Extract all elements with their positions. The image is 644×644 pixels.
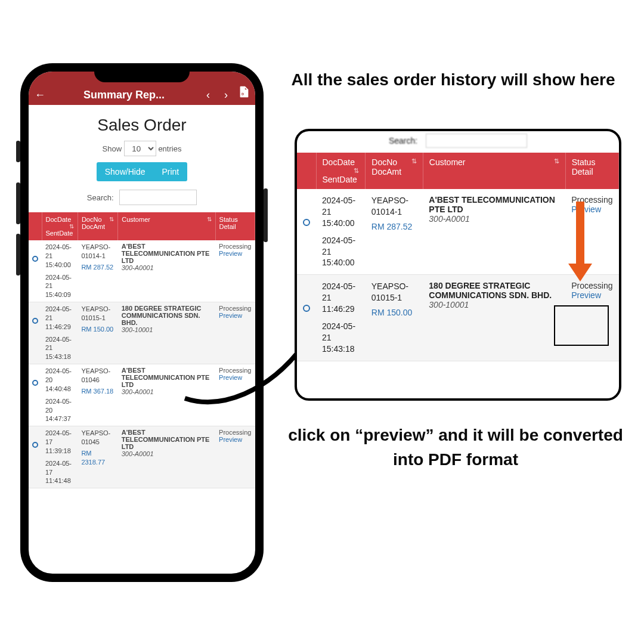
phone-frame: ← Summary Rep... ‹ › Sales Order Show 10… — [20, 63, 264, 582]
zoom-search-input[interactable] — [426, 134, 527, 148]
preview-link[interactable]: Preview — [219, 250, 242, 257]
cell-docdate: 2024-05-2115:40:002024-05-2115:40:00 — [316, 189, 366, 275]
cell-docno: YEAPSO-01014-1RM 287.52 — [78, 240, 117, 302]
cell-docdate: 2024-05-1711:39:182024-05-1711:41:48 — [42, 426, 78, 488]
cell-docno: YEAPSO-01046RM 367.18 — [78, 364, 117, 426]
side-button — [264, 188, 268, 242]
show-label: Show — [103, 144, 122, 153]
cell-customer: A'BEST TELECOMMUNICATION PTE LTD300-A000… — [118, 364, 215, 426]
cell-docdate: 2024-05-2014:40:482024-05-2014:47:37 — [42, 364, 78, 426]
row-radio[interactable] — [303, 305, 310, 312]
cell-status: ProcessingPreview — [215, 302, 255, 364]
table-row[interactable]: 2024-05-1711:39:182024-05-1711:41:48YEAP… — [29, 426, 255, 488]
phone-notch — [94, 67, 190, 82]
col-customer[interactable]: Customer⇅ — [118, 212, 215, 240]
row-radio[interactable] — [32, 380, 38, 386]
zoom-panel: Search: DocDate⇅ SentDate DocNo⇅ DocAmt … — [295, 129, 621, 401]
search-input[interactable] — [119, 190, 197, 205]
zcol-customer[interactable]: Customer⇅ — [423, 153, 565, 189]
preview-link[interactable]: Preview — [219, 436, 242, 443]
next-icon[interactable]: › — [219, 89, 233, 101]
preview-link[interactable]: Preview — [571, 290, 601, 300]
zcol-status[interactable]: Status Detail — [565, 153, 618, 189]
table-row[interactable]: 2024-05-2014:40:482024-05-2014:47:37YEAP… — [29, 364, 255, 426]
cell-status: ProcessingPreview — [215, 364, 255, 426]
table-row[interactable]: 2024-05-2111:46:292024-05-2115:43:18YEAP… — [29, 302, 255, 364]
row-radio[interactable] — [32, 318, 38, 324]
preview-link[interactable]: Preview — [219, 312, 242, 319]
cell-docdate: 2024-05-2111:46:292024-05-2115:43:18 — [316, 275, 366, 361]
cell-docno: YEAPSO-01015-1RM 150.00 — [366, 275, 423, 361]
cell-customer: A'BEST TELECOMMUNICATION PTE LTD300-A000… — [423, 189, 565, 275]
entries-label: entries — [158, 144, 181, 153]
cell-customer: 180 DEGREE STRATEGIC COMMUNICATIONS SDN.… — [118, 302, 215, 364]
show-hide-button[interactable]: Show/Hide — [97, 162, 154, 181]
orange-arrow-icon — [570, 202, 590, 291]
cell-status: ProcessingPreview — [215, 240, 255, 302]
pdf-icon[interactable] — [237, 85, 250, 101]
col-status[interactable]: Status Detail — [215, 212, 255, 240]
entries-control: Show 10 entries — [29, 141, 255, 162]
row-radio[interactable] — [32, 442, 38, 448]
print-button[interactable]: Print — [153, 162, 187, 181]
zcol-docno[interactable]: DocNo⇅ DocAmt — [366, 153, 423, 189]
header-title: Summary Rep... — [51, 89, 197, 101]
cell-docdate: 2024-05-2111:46:292024-05-2115:43:18 — [42, 302, 78, 364]
row-radio[interactable] — [303, 219, 310, 226]
side-button — [16, 141, 20, 162]
search-row: Search: — [29, 190, 255, 212]
search-label: Search: — [87, 193, 114, 202]
action-buttons: Show/HidePrint — [97, 162, 188, 181]
orders-table: DocDate⇅ SentDate DocNo⇅ DocAmt Customer… — [29, 212, 255, 488]
row-radio[interactable] — [32, 256, 38, 262]
col-docno[interactable]: DocNo⇅ DocAmt — [78, 212, 117, 240]
zoom-search-label: Search: — [389, 136, 417, 145]
back-icon[interactable]: ← — [33, 89, 47, 101]
cell-docdate: 2024-05-2115:40:002024-05-2115:40:09 — [42, 240, 78, 302]
table-row[interactable]: 2024-05-2115:40:002024-05-2115:40:09YEAP… — [29, 240, 255, 302]
zoom-search-row: Search: — [297, 131, 619, 153]
cell-customer: A'BEST TELECOMMUNICATION PTE LTD300-A000… — [118, 240, 215, 302]
entries-select[interactable]: 10 — [124, 141, 156, 156]
cell-docno: YEAPSO-01015-1RM 150.00 — [78, 302, 117, 364]
side-button — [16, 234, 20, 275]
cell-docno: YEAPSO-01045RM 2318.77 — [78, 426, 117, 488]
zcol-docdate[interactable]: DocDate⇅ SentDate — [316, 153, 366, 189]
annotation-top: All the sales order history will show he… — [286, 69, 620, 91]
col-docdate[interactable]: DocDate⇅ SentDate — [42, 212, 78, 240]
prev-icon[interactable]: ‹ — [202, 89, 215, 101]
cell-customer: A'BEST TELECOMMUNICATION PTE LTD300-A000… — [118, 426, 215, 488]
cell-customer: 180 DEGREE STRATEGIC COMMUNICATIONS SDN.… — [423, 275, 565, 361]
preview-link[interactable]: Preview — [219, 374, 242, 381]
highlight-box — [554, 305, 609, 346]
side-button — [16, 182, 20, 224]
page-title: Sales Order — [29, 105, 255, 141]
cell-status: ProcessingPreview — [215, 426, 255, 488]
annotation-bottom: click on “preview” and it will be conver… — [277, 423, 634, 472]
phone-screen: ← Summary Rep... ‹ › Sales Order Show 10… — [29, 72, 255, 574]
cell-docno: YEAPSO-01014-1RM 287.52 — [366, 189, 423, 275]
